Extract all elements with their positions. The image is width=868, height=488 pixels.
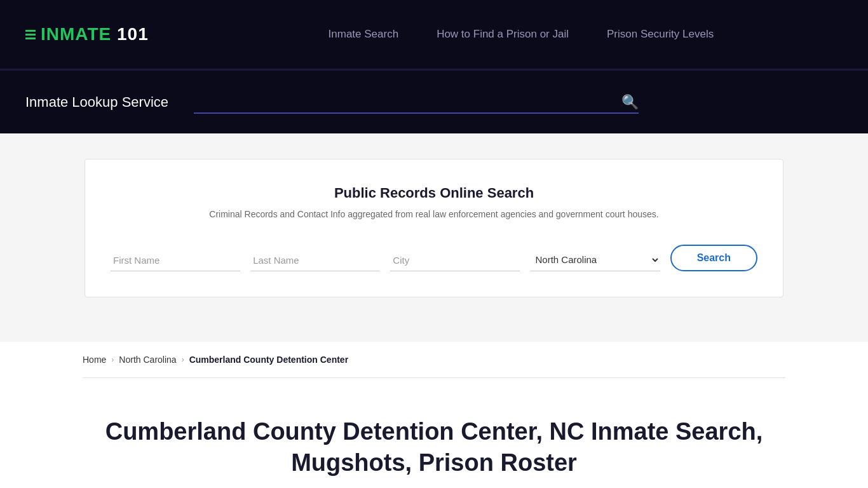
top-navigation: INMATE 101 Inmate Search How to Find a P… bbox=[0, 0, 868, 70]
breadcrumb-section: Home › North Carolina › Cumberland Count… bbox=[0, 342, 868, 377]
breadcrumb-current: Cumberland County Detention Center bbox=[189, 355, 348, 365]
last-name-input[interactable] bbox=[250, 250, 380, 271]
nav-link-security-levels[interactable]: Prison Security Levels bbox=[607, 28, 714, 40]
state-select[interactable]: North CarolinaAlabamaAlaskaArizonaArkans… bbox=[530, 248, 660, 271]
search-icon: 🔍 bbox=[621, 94, 639, 110]
search-section: Inmate Lookup Service 🔍 bbox=[0, 70, 868, 133]
state-select-wrapper: North CarolinaAlabamaAlaskaArizonaArkans… bbox=[530, 248, 660, 271]
breadcrumb-north-carolina[interactable]: North Carolina bbox=[119, 355, 176, 365]
first-name-input[interactable] bbox=[111, 250, 240, 271]
records-title: Public Records Online Search bbox=[111, 185, 757, 201]
nav-item-inmate-search[interactable]: Inmate Search bbox=[329, 28, 399, 41]
records-form: North CarolinaAlabamaAlaskaArizonaArkans… bbox=[111, 245, 757, 271]
search-label: Inmate Lookup Service bbox=[25, 94, 168, 111]
search-icon-button[interactable]: 🔍 bbox=[621, 94, 639, 111]
records-search-box: Public Records Online Search Criminal Re… bbox=[85, 159, 783, 297]
nav-link-inmate-search[interactable]: Inmate Search bbox=[329, 28, 399, 40]
breadcrumb-home[interactable]: Home bbox=[83, 355, 106, 365]
logo-text: INMATE 101 bbox=[41, 24, 149, 44]
first-name-field bbox=[111, 250, 240, 271]
records-subtitle: Criminal Records and Contact Info aggreg… bbox=[111, 209, 757, 219]
search-input-wrapper: 🔍 bbox=[194, 91, 639, 114]
nav-item-security-levels[interactable]: Prison Security Levels bbox=[607, 28, 714, 41]
search-button[interactable]: Search bbox=[670, 245, 757, 271]
last-name-field bbox=[250, 250, 380, 271]
nav-links: Inmate Search How to Find a Prison or Ja… bbox=[200, 28, 843, 41]
main-content: Public Records Online Search Criminal Re… bbox=[0, 133, 868, 342]
breadcrumb: Home › North Carolina › Cumberland Count… bbox=[83, 355, 785, 365]
breadcrumb-separator-1: › bbox=[111, 355, 114, 364]
nav-link-how-to-find[interactable]: How to Find a Prison or Jail bbox=[437, 28, 569, 40]
logo-icon bbox=[25, 30, 36, 39]
search-input[interactable] bbox=[194, 91, 639, 114]
city-field bbox=[390, 250, 520, 271]
logo[interactable]: INMATE 101 bbox=[25, 24, 149, 44]
page-title: Cumberland County Detention Center, NC I… bbox=[83, 416, 785, 479]
nav-item-how-to-find[interactable]: How to Find a Prison or Jail bbox=[437, 28, 569, 41]
page-content: Cumberland County Detention Center, NC I… bbox=[0, 378, 868, 488]
city-input[interactable] bbox=[390, 250, 520, 271]
breadcrumb-separator-2: › bbox=[182, 355, 184, 364]
